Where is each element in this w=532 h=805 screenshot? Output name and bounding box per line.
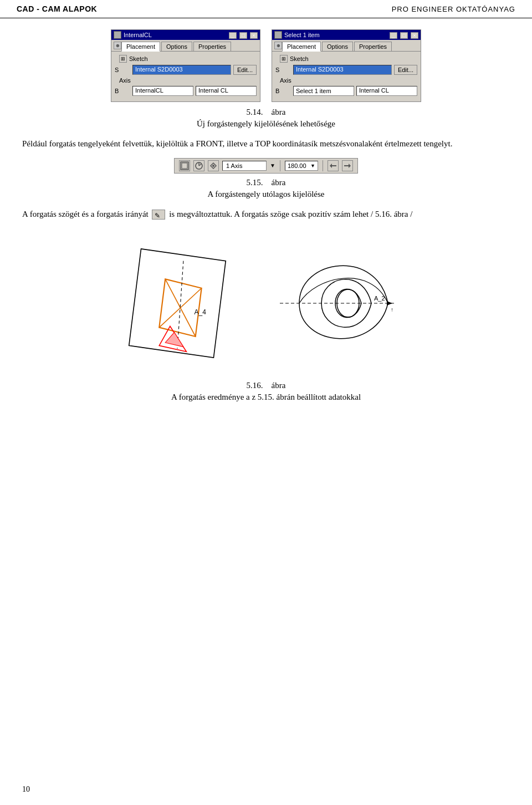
edit-btn-right[interactable]: Edit...: [394, 65, 417, 75]
b-label-left: B: [115, 88, 130, 94]
minimize-btn-left[interactable]: _: [229, 32, 237, 39]
header-right: Pro Engineer Oktatóanyag: [392, 5, 515, 13]
figure-516-left: A_4: [111, 237, 244, 370]
axis-row-right: Axis: [275, 77, 417, 84]
caption-516: 5.16. ábra: [22, 381, 510, 390]
tab-options-left[interactable]: Options: [161, 42, 192, 51]
close-btn-right[interactable]: ×: [411, 32, 418, 39]
toolbar-515-container: 1 Axis ▼ 180.00 ▼: [22, 158, 510, 174]
axis-row-left: Axis: [115, 77, 257, 84]
toolbar-icon-5[interactable]: [342, 160, 353, 171]
caption-515-num: 5.15.: [247, 178, 263, 187]
tab-options-right[interactable]: Options: [322, 42, 353, 51]
figure-516-row: A_4 A_2: [22, 231, 510, 375]
bottom-row-right: B Select 1 item Internal CL: [275, 86, 417, 96]
dialog-titlebar-left: InternalCL _ □ ×: [111, 30, 260, 40]
caption-515-word: ábra: [272, 178, 286, 187]
svg-rect-1: [182, 163, 187, 169]
bottom-row-left: B InternalCL Internal CL: [115, 86, 257, 96]
figure-516-right: A_2 ↑: [266, 231, 421, 375]
s-label-right: S: [275, 67, 291, 73]
dialog-tabs-right: ⊕ Placement Options Properties: [272, 40, 421, 52]
internal-field-left[interactable]: Internal S2D0003: [132, 65, 231, 75]
svg-text:A_4: A_4: [195, 308, 207, 316]
svg-line-7: [177, 261, 183, 349]
maximize-btn-left[interactable]: □: [239, 32, 247, 39]
internal-field-right[interactable]: Internal S2D0003: [293, 65, 392, 75]
toolbar-icon-1[interactable]: [179, 160, 190, 171]
direction-icon: [152, 210, 165, 220]
titlebar-left-section: InternalCL: [114, 31, 152, 39]
para2-before: A forgatás szögét és a forgatás irányát: [22, 210, 149, 218]
axis-label-left: Axis: [119, 77, 131, 84]
page-header: CAD - CAM ALAPOK Pro Engineer Oktatóanya…: [0, 0, 532, 18]
page-content: InternalCL _ □ × ⊕ Placement Options Pro…: [0, 18, 532, 433]
tab-placement-right[interactable]: Placement: [282, 42, 321, 52]
header-left: CAD - CAM ALAPOK: [17, 4, 97, 13]
bottom-field2-left[interactable]: Internal CL: [196, 86, 257, 96]
dialog-right-title: Select 1 item: [284, 32, 320, 38]
svg-text:A_2: A_2: [374, 295, 385, 302]
dialog-right: Select 1 item _ □ × ⊕ Placement Options …: [272, 29, 421, 102]
caption-516-num: 5.16.: [247, 381, 263, 390]
sketch-row-right: ⊞ Sketch: [275, 55, 417, 63]
toolbar-icon-4[interactable]: [328, 160, 339, 171]
edit-btn-left[interactable]: Edit...: [233, 65, 257, 75]
dropdown-arrow: ▼: [310, 163, 315, 169]
tab-placement-left[interactable]: Placement: [121, 42, 160, 52]
minimize-btn-right[interactable]: _: [390, 32, 397, 39]
paragraph-2: A forgatás szögét és a forgatás irányát …: [22, 208, 510, 221]
dialog-icon-right: ⊕: [274, 42, 282, 49]
tab-properties-left[interactable]: Properties: [193, 42, 231, 51]
close-btn-left[interactable]: ×: [250, 32, 258, 39]
toolbar-axis-field[interactable]: 1 Axis: [222, 161, 267, 171]
sketch-icon-right: ⊞: [280, 55, 288, 63]
tab-properties-right[interactable]: Properties: [354, 42, 392, 51]
bottom-field1-right[interactable]: Select 1 item: [293, 86, 354, 96]
sketch-icon-left: ⊞: [119, 55, 127, 63]
svg-point-2: [212, 165, 214, 167]
dialog-titlebar-right: Select 1 item _ □ ×: [272, 30, 421, 40]
toolbar-separator-1: [280, 160, 280, 171]
caption-515-title: A forgástengely utólagos kijelölése: [22, 190, 510, 199]
dialog-body-left: ⊞ Sketch S Internal S2D0003 Edit... Axis…: [111, 52, 260, 101]
page-number: 10: [22, 785, 30, 794]
caption-516-title: A forgatás eredménye a z 5.15. ábrán beá…: [22, 393, 510, 402]
internal-row-left: S Internal S2D0003 Edit...: [115, 65, 257, 75]
caption-514-word: ábra: [272, 108, 286, 116]
s-label-left: S: [115, 67, 130, 73]
caption-514: 5.14. ábra: [22, 108, 510, 117]
dialog-left: InternalCL _ □ × ⊕ Placement Options Pro…: [111, 29, 260, 102]
titlebar-buttons-left: _ □ ×: [228, 32, 258, 39]
maximize-btn-right[interactable]: □: [400, 32, 408, 39]
sketch-label-right: Sketch: [290, 55, 309, 62]
toolbar-icon-3[interactable]: [208, 160, 219, 171]
sketch-row-left: ⊞ Sketch: [115, 55, 257, 63]
dialog-icon-left: ⊕: [114, 42, 121, 49]
axis-label-right: Axis: [280, 77, 291, 84]
b-label-right: B: [275, 88, 291, 94]
caption-516-word: ábra: [272, 381, 286, 390]
figure-514-row: InternalCL _ □ × ⊕ Placement Options Pro…: [22, 29, 510, 102]
title-icon-left: [114, 31, 121, 39]
svg-text:↑: ↑: [391, 307, 393, 313]
toolbar-arrow-down[interactable]: ▼: [270, 162, 275, 169]
title-icon-right: [274, 31, 282, 39]
bottom-field1-left[interactable]: InternalCL: [132, 86, 193, 96]
bottom-field2-right[interactable]: Internal CL: [356, 86, 417, 96]
dialog-left-title: InternalCL: [124, 32, 152, 38]
caption-514-title: Új forgástengely kijelölésének lehetőség…: [22, 119, 510, 129]
svg-marker-10: [165, 332, 183, 347]
dialog-body-right: ⊞ Sketch S Internal S2D0003 Edit... Axis…: [272, 52, 421, 101]
titlebar-buttons-right: _ □ ×: [388, 32, 418, 39]
toolbar-icon-2[interactable]: [193, 160, 204, 171]
internal-row-right: S Internal S2D0003 Edit...: [275, 65, 417, 75]
sketch-label-left: Sketch: [129, 55, 148, 62]
toolbar-separator-2: [323, 160, 323, 171]
titlebar-right-section: Select 1 item: [274, 31, 320, 39]
toolbar-angle-field[interactable]: 180.00 ▼: [285, 161, 318, 171]
caption-514-num: 5.14.: [247, 108, 263, 116]
para2-after: is megváltoztattuk. A forgatás szöge csa…: [169, 210, 412, 218]
paragraph-1: Például forgatás tengelyeként felvettük,…: [22, 137, 510, 150]
toolbar-515: 1 Axis ▼ 180.00 ▼: [174, 158, 358, 174]
